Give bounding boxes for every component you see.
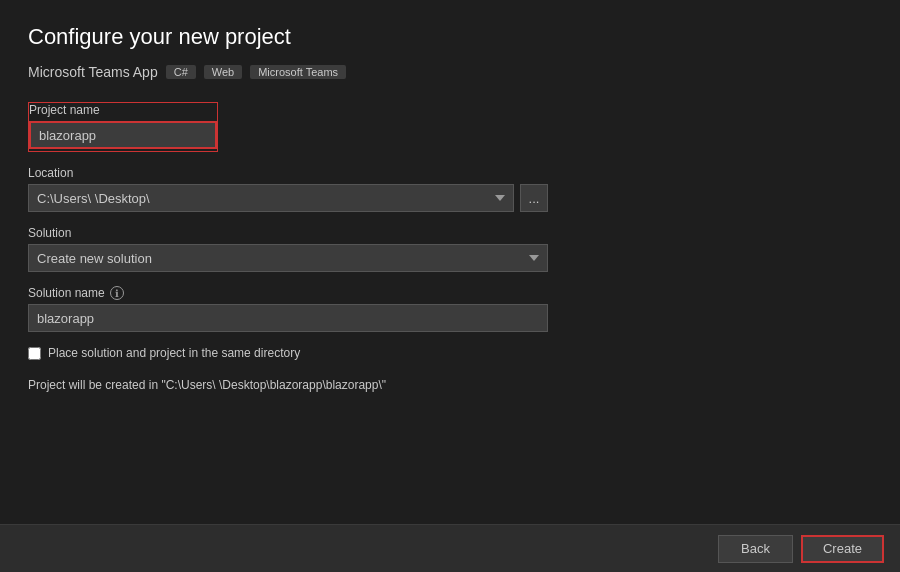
solution-section: Solution Create new solution Add to solu… (28, 226, 872, 272)
solution-name-input[interactable] (28, 304, 548, 332)
tag-web: Web (204, 65, 242, 79)
same-directory-label: Place solution and project in the same d… (48, 346, 300, 360)
project-name-label-wrapper: Project name (28, 102, 218, 152)
location-section: Location C:\Users\ \Desktop\ ... (28, 166, 872, 212)
tag-csharp: C# (166, 65, 196, 79)
solution-dropdown[interactable]: Create new solution Add to solution (28, 244, 548, 272)
configure-project-page: Configure your new project Microsoft Tea… (0, 0, 900, 572)
solution-name-label: Solution name ℹ (28, 286, 872, 300)
solution-label: Solution (28, 226, 872, 240)
location-row: C:\Users\ \Desktop\ ... (28, 184, 548, 212)
location-label: Location (28, 166, 872, 180)
tag-teams: Microsoft Teams (250, 65, 346, 79)
page-title: Configure your new project (28, 24, 872, 50)
solution-name-info-icon: ℹ (110, 286, 124, 300)
project-name-section: Project name (28, 102, 872, 152)
path-info: Project will be created in "C:\Users\ \D… (28, 378, 872, 392)
bottom-bar: Back Create (0, 524, 900, 572)
location-select[interactable]: C:\Users\ \Desktop\ (28, 184, 514, 212)
project-name-input[interactable] (29, 121, 217, 149)
subtitle-row: Microsoft Teams App C# Web Microsoft Tea… (28, 64, 872, 80)
same-directory-checkbox[interactable] (28, 347, 41, 360)
template-name: Microsoft Teams App (28, 64, 158, 80)
back-button[interactable]: Back (718, 535, 793, 563)
browse-button[interactable]: ... (520, 184, 548, 212)
project-name-label: Project name (29, 103, 217, 117)
same-directory-row: Place solution and project in the same d… (28, 346, 872, 360)
create-button[interactable]: Create (801, 535, 884, 563)
solution-name-section: Solution name ℹ (28, 286, 872, 332)
